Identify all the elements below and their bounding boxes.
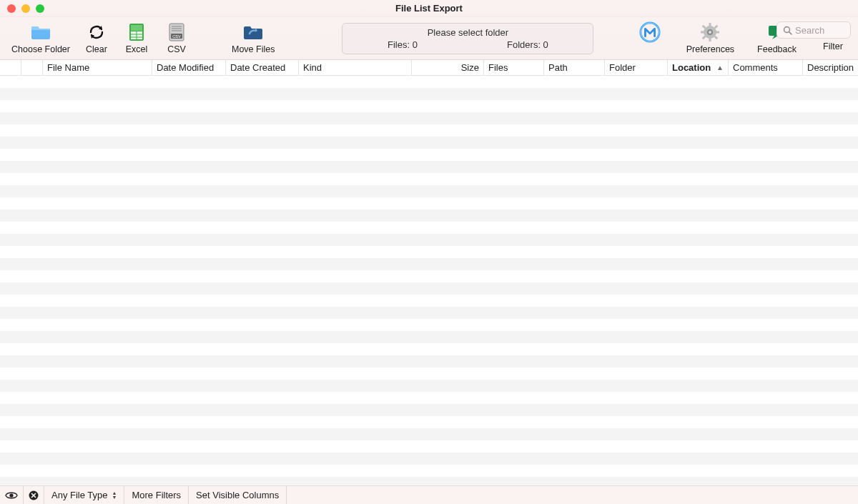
sort-asc-icon: ▲ bbox=[716, 64, 724, 71]
table-row[interactable] bbox=[0, 343, 858, 355]
table-row[interactable] bbox=[0, 124, 858, 137]
more-filters-button[interactable]: More Filters bbox=[124, 486, 189, 504]
col-icon[interactable] bbox=[21, 60, 43, 75]
set-visible-columns-button[interactable]: Set Visible Columns bbox=[189, 486, 287, 504]
table-row[interactable] bbox=[0, 465, 858, 477]
table-row[interactable] bbox=[0, 100, 858, 112]
preferences-button[interactable]: Preferences bbox=[684, 22, 737, 54]
table-row[interactable] bbox=[0, 367, 858, 380]
feedback-label: Feedback bbox=[757, 44, 797, 54]
csv-icon: CSV bbox=[166, 22, 187, 42]
table-row[interactable] bbox=[0, 380, 858, 392]
window-title: File List Export bbox=[0, 3, 858, 14]
move-files-button[interactable]: Move Files bbox=[229, 22, 277, 54]
table-header: File Name Date Modified Date Created Kin… bbox=[0, 60, 858, 76]
col-checkbox[interactable] bbox=[0, 60, 21, 75]
table-row[interactable] bbox=[0, 112, 858, 124]
table-row[interactable] bbox=[0, 282, 858, 295]
brand-button[interactable] bbox=[633, 22, 666, 54]
col-kind[interactable]: Kind bbox=[299, 60, 412, 75]
table-row[interactable] bbox=[0, 76, 858, 88]
table-row[interactable] bbox=[0, 197, 858, 209]
titlebar: File List Export bbox=[0, 0, 858, 17]
excel-button[interactable]: Excel bbox=[120, 22, 153, 54]
close-circle-icon bbox=[29, 490, 39, 500]
table-row[interactable] bbox=[0, 173, 858, 185]
col-folder[interactable]: Folder bbox=[605, 60, 668, 75]
table-row[interactable] bbox=[0, 355, 858, 367]
show-hidden-toggle[interactable] bbox=[0, 486, 24, 504]
visible-cols-label: Set Visible Columns bbox=[196, 490, 279, 500]
brand-m-icon bbox=[639, 22, 661, 42]
search-field[interactable] bbox=[776, 21, 851, 39]
svg-rect-20 bbox=[701, 31, 704, 34]
clear-filter-button[interactable] bbox=[24, 486, 44, 504]
table-row[interactable] bbox=[0, 234, 858, 246]
table-row[interactable] bbox=[0, 392, 858, 404]
more-filters-label: More Filters bbox=[132, 490, 181, 500]
toolbar: Choose Folder Clear Excel bbox=[0, 17, 858, 60]
table-row[interactable] bbox=[0, 319, 858, 331]
updown-icon: ▲▼ bbox=[112, 491, 117, 500]
table-row[interactable] bbox=[0, 404, 858, 416]
search-input[interactable] bbox=[795, 25, 844, 36]
table-row[interactable] bbox=[0, 331, 858, 343]
files-count: Files: 0 bbox=[388, 39, 418, 50]
csv-label: CSV bbox=[167, 44, 186, 54]
file-type-label: Any File Type bbox=[51, 490, 108, 500]
gear-icon bbox=[699, 22, 721, 42]
folders-count: Folders: 0 bbox=[507, 39, 548, 50]
folder-prompt: Please select folder bbox=[428, 27, 508, 38]
search-icon bbox=[783, 26, 792, 35]
table-row[interactable] bbox=[0, 149, 858, 161]
table-body[interactable] bbox=[0, 76, 858, 501]
table-row[interactable] bbox=[0, 416, 858, 428]
folder-info-box[interactable]: Please select folder Files: 0 Folders: 0 bbox=[342, 23, 593, 54]
col-comments[interactable]: Comments bbox=[729, 60, 803, 75]
excel-label: Excel bbox=[126, 44, 148, 54]
filter-label: Filter bbox=[823, 41, 843, 51]
clear-label: Clear bbox=[86, 44, 107, 54]
move-files-label: Move Files bbox=[232, 44, 275, 54]
table-row[interactable] bbox=[0, 209, 858, 222]
table-row[interactable] bbox=[0, 295, 858, 307]
col-files[interactable]: Files bbox=[484, 60, 544, 75]
svg-rect-21 bbox=[716, 31, 719, 34]
table-row[interactable] bbox=[0, 258, 858, 270]
col-date-created[interactable]: Date Created bbox=[226, 60, 299, 75]
table-row[interactable] bbox=[0, 307, 858, 319]
col-location[interactable]: Location ▲ bbox=[668, 60, 729, 75]
excel-icon bbox=[126, 22, 147, 42]
eye-icon bbox=[5, 491, 18, 500]
file-type-select[interactable]: Any File Type ▲▼ bbox=[44, 486, 124, 504]
table-row[interactable] bbox=[0, 270, 858, 282]
choose-folder-label: Choose Folder bbox=[11, 44, 70, 54]
table-row[interactable] bbox=[0, 88, 858, 100]
svg-point-30 bbox=[9, 493, 13, 497]
col-description[interactable]: Description bbox=[803, 60, 858, 75]
col-path[interactable]: Path bbox=[544, 60, 605, 75]
folder-icon bbox=[30, 22, 51, 42]
clear-button[interactable]: Clear bbox=[80, 22, 113, 54]
table-row[interactable] bbox=[0, 440, 858, 453]
svg-line-29 bbox=[789, 31, 792, 34]
col-file-name[interactable]: File Name bbox=[43, 60, 152, 75]
svg-point-17 bbox=[709, 31, 711, 34]
csv-button[interactable]: CSV CSV bbox=[160, 22, 193, 54]
table-row[interactable] bbox=[0, 428, 858, 440]
col-size[interactable]: Size bbox=[412, 60, 484, 75]
table-row[interactable] bbox=[0, 246, 858, 258]
refresh-icon bbox=[86, 22, 107, 42]
col-date-modified[interactable]: Date Modified bbox=[152, 60, 226, 75]
table-row[interactable] bbox=[0, 453, 858, 465]
svg-text:CSV: CSV bbox=[172, 34, 181, 39]
move-files-icon bbox=[242, 22, 264, 42]
table-row[interactable] bbox=[0, 137, 858, 149]
table-row[interactable] bbox=[0, 185, 858, 197]
svg-rect-1 bbox=[131, 25, 142, 31]
svg-rect-18 bbox=[709, 23, 711, 26]
svg-rect-19 bbox=[709, 38, 711, 41]
choose-folder-button[interactable]: Choose Folder bbox=[9, 22, 73, 54]
table-row[interactable] bbox=[0, 222, 858, 234]
table-row[interactable] bbox=[0, 161, 858, 173]
